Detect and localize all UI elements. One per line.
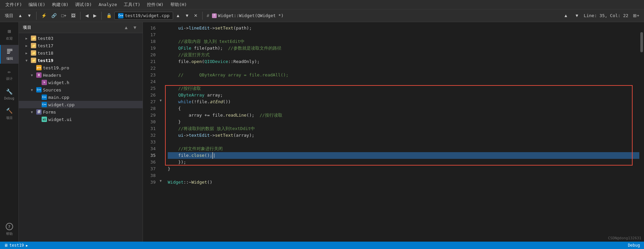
folder-icon-test18: 📁 (31, 50, 36, 56)
chevron-test03: ▶ (25, 37, 30, 40)
line-col-info: Line: 35, Col: 22 (584, 13, 628, 18)
svg-rect-0 (7, 49, 12, 50)
code-line-22 (168, 65, 639, 72)
linenum-19: 19 (143, 45, 160, 52)
tree-controls: ▲ ▼ (122, 24, 139, 31)
svg-rect-3 (7, 53, 10, 54)
sidebar-item-help[interactable]: ? 帮助 (0, 220, 18, 239)
sidebar-item-design[interactable]: ✏ 设计 (0, 65, 18, 84)
code-line-37: } (168, 166, 639, 172)
tree-up-btn[interactable]: ▲ (122, 24, 130, 31)
fold-39[interactable]: ▼ (160, 179, 165, 186)
menu-help[interactable]: 帮助(H) (168, 1, 190, 8)
menu-analyze[interactable]: Analyze (96, 1, 120, 8)
fold-23 (160, 72, 165, 78)
fold-20 (160, 52, 165, 58)
debug-icon: 🔧 (6, 88, 13, 95)
tree-item-widget-ui[interactable]: ui widget.ui (19, 116, 143, 123)
menu-controls[interactable]: 控件(W) (144, 1, 166, 8)
sidebar-item-project[interactable]: 🔨 项目 (0, 104, 18, 123)
statusbar-right: Debug (628, 243, 640, 248)
line-info-up-btn[interactable]: ▲ (562, 12, 570, 19)
chevron-test19: ▼ (25, 59, 30, 62)
code-line-25: //按行读取 (168, 85, 639, 92)
label-widget-cpp: widget.cpp (48, 102, 74, 107)
sidebar-item-welcome[interactable]: ⊞ 欢迎 (0, 25, 18, 44)
line-info-down-btn[interactable]: ▼ (573, 12, 581, 19)
sidebar-label-design: 设计 (6, 76, 13, 81)
toolbar: 项目 ▲ ▼ ⚡ 🔗 □+ 🖼 ◀ ▶ 🔒 C++ test19/widget.… (0, 9, 644, 22)
sidebar-label-help: 帮助 (6, 232, 13, 236)
fold-32 (160, 132, 165, 139)
tree-item-forms[interactable]: ▼ 🗐 Forms (19, 108, 143, 116)
close-tab-btn[interactable]: ✕ (192, 12, 200, 19)
menu-tools[interactable]: 工具(T) (121, 1, 143, 8)
tree-item-headers[interactable]: ▼ H Headers (19, 71, 143, 79)
fold-indicators: ▼ ▼ (160, 22, 165, 242)
lock-btn[interactable]: 🔒 (104, 12, 114, 19)
sidebar-item-debug[interactable]: 🔧 Debug (0, 85, 18, 103)
split-btn[interactable]: ⊞+ (631, 12, 641, 19)
linenum-36: 36 (143, 159, 160, 166)
code-line-24 (168, 78, 639, 85)
menu-debug[interactable]: 调试(D) (72, 1, 94, 8)
menu-file[interactable]: 文件(F) (3, 1, 24, 8)
toolbar-down2-btn[interactable]: ▼ (183, 12, 191, 19)
fold-22 (160, 65, 165, 72)
tree-item-test18[interactable]: ▶ 📁 test18 (19, 49, 143, 57)
fold-29 (160, 112, 165, 119)
linenum-37: 37 (143, 166, 160, 172)
vertical-scrollbar[interactable] (639, 22, 644, 242)
image-btn[interactable]: 🖼 (69, 12, 77, 19)
file-tree: ▶ 📁 test03 ▶ 📁 test17 ▶ 📁 test18 ▼ 📁 tes… (19, 33, 143, 242)
tree-item-test03[interactable]: ▶ 📁 test03 (19, 35, 143, 42)
code-line-26: QByteArray array; (168, 92, 639, 99)
project-label: 项目 (3, 13, 15, 19)
statusbar-project: test19 (9, 243, 24, 248)
sidebar-item-edit[interactable]: 编辑 (0, 45, 18, 64)
h-icon-widget: h (42, 80, 47, 85)
fold-28 (160, 105, 165, 112)
tree-item-test17[interactable]: ▶ 📁 test17 (19, 42, 143, 49)
nav-next-btn[interactable]: ▶ (91, 12, 99, 19)
menu-build[interactable]: 构建(B) (49, 1, 71, 8)
tree-item-test19pro[interactable]: pro test19.pro (19, 64, 143, 71)
fold-27[interactable]: ▼ (160, 99, 165, 105)
linenum-35: 35 (143, 152, 160, 159)
link-btn[interactable]: 🔗 (49, 12, 59, 19)
code-line-28: { (168, 105, 639, 112)
tree-item-widget-cpp[interactable]: C++ widget.cpp (19, 101, 143, 108)
tree-item-widget-h[interactable]: h widget.h (19, 79, 143, 86)
code-line-35: file.close();| (168, 152, 639, 159)
linenum-28: 28 (143, 105, 160, 112)
toolbar-up2-btn[interactable]: ▲ (174, 12, 182, 19)
label-test19pro: test19.pro (43, 65, 69, 70)
label-forms: Forms (43, 110, 56, 115)
fold-19 (160, 45, 165, 52)
tree-item-main-cpp[interactable]: C++ main.cpp (19, 94, 143, 101)
linenum-16: 16 (143, 25, 160, 32)
toolbar-down-btn[interactable]: ▼ (25, 12, 34, 19)
chevron-forms: ▼ (31, 110, 35, 114)
nav-prev-btn[interactable]: ◀ (83, 12, 91, 19)
tree-down-btn[interactable]: ▼ (131, 24, 139, 31)
linenum-26: 26 (143, 92, 160, 99)
add-file-btn[interactable]: □+ (59, 12, 68, 19)
chevron-test18: ▶ (25, 51, 30, 55)
tree-item-sources[interactable]: ▼ C++ Sources (19, 86, 143, 94)
linenum-32: 32 (143, 132, 160, 139)
fold-17 (160, 32, 165, 38)
menu-edit[interactable]: 编辑(E) (26, 1, 48, 8)
design-icon: ✏ (6, 68, 13, 75)
tree-item-test19[interactable]: ▼ 📁 test19 (19, 57, 143, 64)
toolbar-up-btn[interactable]: ▲ (16, 12, 24, 19)
code-content[interactable]: ui->lineEdit->setText(path); //读取内容 放入到 … (165, 22, 639, 242)
code-editor[interactable]: 16 17 18 19 20 21 22 23 24 25 26 27 28 2… (143, 22, 644, 242)
toolbar-filename: test19/widget.cpp (125, 13, 169, 18)
filter-btn[interactable]: ⚡ (39, 12, 49, 19)
editor-area: 16 17 18 19 20 21 22 23 24 25 26 27 28 2… (143, 22, 644, 242)
chevron-test17: ▶ (25, 44, 30, 48)
linenum-17: 17 (143, 32, 160, 38)
scroll-thumb[interactable] (640, 32, 643, 52)
code-line-19: QFile file(path); //参数就是读取文件的路径 (168, 45, 639, 52)
